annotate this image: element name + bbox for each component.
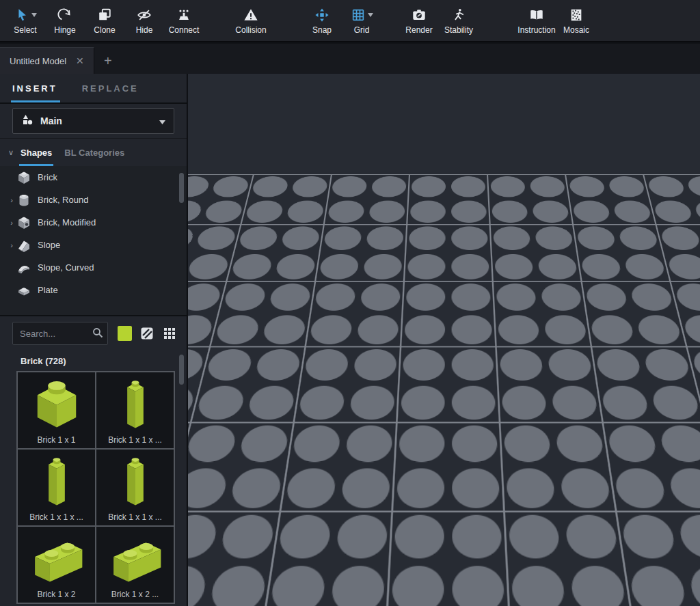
toolbar-label: Stability xyxy=(444,25,473,35)
search-icon xyxy=(92,327,103,341)
toolbar-button-clone[interactable]: Clone xyxy=(85,6,124,35)
parts-grid: Brick 1 x 1Brick 1 x 1 x ...Brick 1 x 1 … xyxy=(16,371,175,604)
stability-icon xyxy=(451,8,466,23)
category-item-slope[interactable]: ›Slope xyxy=(0,234,187,256)
toolbar-button-hinge[interactable]: Hinge xyxy=(45,6,85,35)
render-icon xyxy=(412,8,427,23)
tab-label: Untitled Model xyxy=(10,56,66,66)
connect-icon xyxy=(176,8,191,23)
expand-chevron-icon[interactable]: › xyxy=(7,219,16,227)
part-thumbnail-1[interactable]: Brick 1 x 1 x ... xyxy=(96,372,174,448)
studio-app: SelectHingeCloneHideConnectCollisionSnap… xyxy=(0,0,700,606)
brick-1x2-render xyxy=(106,529,165,590)
tab-insert[interactable]: INSERT xyxy=(0,74,70,102)
toolbar-label: Grid xyxy=(354,25,370,35)
expand-chevron-icon[interactable]: › xyxy=(7,241,16,249)
category-list: Brick›Brick, Round›Brick, Modified›Slope… xyxy=(0,166,187,316)
category-label: Plate xyxy=(38,285,58,295)
toolbar-label: Select xyxy=(14,25,36,35)
part-label: Brick 1 x 2 xyxy=(37,590,75,599)
part-label: Brick 1 x 1 x ... xyxy=(108,435,162,445)
part-thumbnail-0[interactable]: Brick 1 x 1 xyxy=(18,372,95,448)
shapes-group-icon xyxy=(21,113,33,128)
category-item-plate[interactable]: Plate xyxy=(0,279,187,301)
tab-shapes[interactable]: Shapes xyxy=(19,139,53,166)
mode-tabs: INSERT REPLACE xyxy=(0,74,187,104)
toolbar-label: Hinge xyxy=(54,25,75,35)
expand-chevron-icon[interactable]: › xyxy=(7,196,16,204)
part-thumbnail-4[interactable]: Brick 1 x 2 xyxy=(18,527,95,603)
category-item-partial[interactable] xyxy=(0,301,187,316)
viewport-3d[interactable] xyxy=(188,74,700,606)
brick-tall-render xyxy=(106,452,165,512)
toolbar-button-snap[interactable]: Snap xyxy=(302,6,342,35)
toolbar-button-select[interactable]: Select xyxy=(5,6,45,35)
toolbar-button-grid[interactable]: Grid xyxy=(342,6,381,35)
toolbar-label: Collision xyxy=(235,25,266,35)
palette-label: Main xyxy=(40,115,159,126)
category-label: Brick xyxy=(38,172,57,182)
category-scrollbar[interactable] xyxy=(179,173,184,203)
brick-icon xyxy=(16,170,31,185)
toolbar-button-render[interactable]: Render xyxy=(399,6,439,35)
part-label: Brick 1 x 2 ... xyxy=(111,590,159,599)
toolbar-label: Render xyxy=(405,25,432,35)
slope-curved-icon xyxy=(16,260,31,275)
category-item-slope-curved[interactable]: Slope, Curved xyxy=(0,256,187,279)
toolbar-label: Clone xyxy=(94,25,115,35)
grid-icon xyxy=(351,8,366,23)
grid-view-button[interactable] xyxy=(161,325,177,342)
tab-bar: Untitled Model ✕ + xyxy=(0,44,700,74)
parts-group-header: Brick (728) xyxy=(0,350,187,371)
mosaic-icon xyxy=(569,8,584,23)
parts-panel: Brick (728) Brick 1 x 1Brick 1 x 1 x ...… xyxy=(0,350,187,606)
category-item-brick-round[interactable]: ›Brick, Round xyxy=(0,189,187,211)
part-palette-sidebar: INSERT REPLACE Main ∨ Shapes BL Categori xyxy=(0,74,187,606)
snap-icon xyxy=(314,8,329,23)
palette-dropdown[interactable]: Main xyxy=(12,108,174,134)
chevron-down-icon xyxy=(159,115,165,127)
parts-scrollbar[interactable] xyxy=(179,355,184,385)
part-thumbnail-2[interactable]: Brick 1 x 1 x ... xyxy=(18,450,95,525)
tab-untitled-model[interactable]: Untitled Model ✕ xyxy=(0,47,94,74)
select-icon xyxy=(14,8,29,23)
category-item-brick-modified[interactable]: ›Brick, Modified xyxy=(0,211,187,234)
toolbar-label: Hide xyxy=(136,25,153,35)
search-row xyxy=(0,316,187,350)
toolbar-button-hide[interactable]: Hide xyxy=(124,6,164,35)
decorated-filter-button[interactable] xyxy=(139,325,154,342)
close-icon[interactable]: ✕ xyxy=(76,56,84,66)
tab-bl-categories[interactable]: BL Categories xyxy=(63,139,126,166)
toolbar: SelectHingeCloneHideConnectCollisionSnap… xyxy=(0,0,700,42)
toolbar-button-instruction[interactable]: Instruction xyxy=(517,6,556,35)
brick-tall-render xyxy=(27,452,86,512)
category-label: Brick, Modified xyxy=(38,217,96,228)
part-thumbnail-5[interactable]: Brick 1 x 2 ... xyxy=(96,527,174,603)
chevron-down-icon xyxy=(31,13,37,17)
part-label: Brick 1 x 1 x ... xyxy=(108,512,162,522)
toolbar-button-stability[interactable]: Stability xyxy=(439,6,479,35)
hinge-icon xyxy=(57,8,72,23)
collision-icon xyxy=(243,8,259,23)
brick-tall-render xyxy=(106,375,165,435)
toolbar-button-mosaic[interactable]: Mosaic xyxy=(556,6,596,35)
search-box xyxy=(12,322,108,345)
toolbar-button-collision[interactable]: Collision xyxy=(231,6,271,35)
collapse-chevron-icon[interactable]: ∨ xyxy=(8,148,14,157)
slope-icon xyxy=(16,238,31,253)
part-label: Brick 1 x 1 xyxy=(37,435,75,445)
brick-1x2-render xyxy=(27,529,86,590)
part-thumbnail-3[interactable]: Brick 1 x 1 x ... xyxy=(96,450,174,525)
tab-replace[interactable]: REPLACE xyxy=(70,74,151,102)
category-item-brick[interactable]: Brick xyxy=(0,166,187,189)
baseplate-grid xyxy=(188,174,700,606)
part-label: Brick 1 x 1 x ... xyxy=(29,512,83,522)
category-label: Brick, Round xyxy=(38,195,88,205)
color-filter-swatch[interactable] xyxy=(118,326,132,341)
toolbar-label: Connect xyxy=(169,25,200,35)
hide-icon xyxy=(136,8,152,23)
instruction-icon xyxy=(528,8,545,23)
plate-icon xyxy=(16,283,31,298)
new-tab-button[interactable]: + xyxy=(94,48,122,74)
toolbar-button-connect[interactable]: Connect xyxy=(164,6,204,35)
